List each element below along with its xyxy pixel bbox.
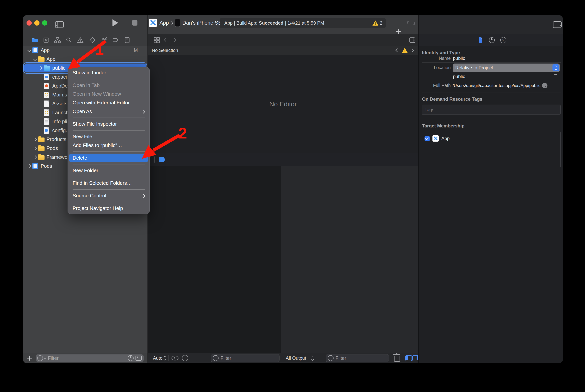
filter-placeholder: Filter bbox=[335, 356, 346, 361]
tree-row-app-folder[interactable]: App bbox=[23, 54, 147, 64]
plist-file-icon bbox=[44, 118, 52, 125]
console-filter-field[interactable]: Filter bbox=[326, 354, 389, 362]
minimize-window-button[interactable] bbox=[34, 20, 39, 26]
tags-field[interactable]: Tags bbox=[422, 104, 561, 115]
breakpoints-toggle-icon[interactable] bbox=[159, 157, 165, 162]
folder-icon bbox=[38, 154, 46, 160]
menu-item-open-in-new-window: Open in New Window bbox=[68, 90, 149, 98]
disclosure-chevron-icon[interactable] bbox=[26, 49, 32, 52]
help-inspector-tab[interactable]: ? bbox=[500, 37, 506, 43]
menu-item-delete[interactable]: Delete bbox=[69, 154, 148, 162]
related-items-icon[interactable] bbox=[153, 36, 160, 44]
variables-view[interactable] bbox=[148, 166, 281, 353]
status-time: | 1/4/21 at 5:59 PM bbox=[285, 20, 324, 26]
breakpoint-navigator-tab[interactable] bbox=[112, 36, 119, 44]
console-scope-selector[interactable]: All Output bbox=[286, 356, 306, 361]
menu-item-find-in-selected-folders[interactable]: Find in Selected Folders… bbox=[68, 179, 149, 188]
warning-count[interactable]: 2 bbox=[380, 20, 382, 26]
next-issue-chevron-icon[interactable] bbox=[410, 48, 414, 52]
toggle-inspector-icon[interactable] bbox=[553, 21, 562, 28]
filter-placeholder: Filter bbox=[220, 356, 231, 361]
tree-item-label: Pods bbox=[46, 145, 58, 151]
scheme-name[interactable]: App bbox=[159, 20, 169, 26]
tree-item-label: public bbox=[52, 65, 65, 71]
disclosure-chevron-icon[interactable] bbox=[38, 66, 44, 69]
menu-item-new-folder[interactable]: New Folder bbox=[68, 166, 149, 175]
menu-item-show-file-inspector[interactable]: Show File Inspector bbox=[68, 120, 149, 128]
target-name: App bbox=[441, 136, 450, 141]
debug-view-icon[interactable] bbox=[150, 156, 154, 163]
menu-item-show-in-finder[interactable]: Show in Finder bbox=[68, 68, 149, 77]
menu-item-new-file[interactable]: New File bbox=[68, 132, 149, 141]
menu-item-add-files[interactable]: Add Files to “public”… bbox=[68, 141, 149, 150]
tree-item-label: capaci bbox=[52, 74, 67, 80]
clear-console-trash-icon[interactable] bbox=[394, 356, 400, 362]
disclosure-chevron-icon[interactable] bbox=[32, 138, 38, 140]
navigator-filter-field[interactable]: Filter bbox=[36, 354, 144, 362]
run-button[interactable] bbox=[112, 19, 118, 26]
target-membership-header: Target Membership bbox=[422, 123, 465, 128]
activity-status-bar[interactable]: App | Build App: Succeeded | 1/4/21 at 5… bbox=[220, 18, 386, 28]
info-icon[interactable]: i bbox=[182, 355, 188, 361]
back-chevron-icon[interactable] bbox=[164, 38, 168, 42]
disclosure-chevron-icon[interactable] bbox=[32, 58, 38, 60]
issue-navigator-tab[interactable] bbox=[77, 36, 84, 44]
project-navigator-tab[interactable] bbox=[31, 36, 38, 44]
show-console-pane-icon[interactable] bbox=[412, 355, 419, 361]
close-window-button[interactable] bbox=[26, 20, 32, 26]
tree-row-app-project[interactable]: App M bbox=[23, 46, 147, 54]
find-navigator-tab[interactable] bbox=[65, 36, 72, 44]
open-path-arrow-icon[interactable]: → bbox=[542, 83, 548, 88]
navigator-filter-bar: Filter bbox=[23, 353, 147, 363]
add-item-icon[interactable] bbox=[27, 356, 32, 360]
location-dropdown[interactable]: Relative to Project bbox=[453, 64, 560, 72]
symbol-navigator-tab[interactable] bbox=[54, 36, 61, 44]
menu-divider bbox=[72, 164, 145, 164]
report-navigator-tab[interactable] bbox=[124, 36, 131, 44]
source-control-navigator-tab[interactable] bbox=[43, 36, 50, 44]
menu-item-project-navigator-help[interactable]: Project Navigator Help bbox=[68, 204, 149, 213]
jump-bar[interactable]: No Selection ! bbox=[148, 46, 418, 55]
stop-button[interactable] bbox=[132, 20, 137, 26]
editor-subtoolbar bbox=[148, 34, 418, 46]
menu-item-source-control[interactable]: Source Control bbox=[68, 191, 149, 200]
console-view[interactable] bbox=[281, 166, 418, 353]
show-variables-pane-icon[interactable] bbox=[405, 355, 412, 361]
folder-icon bbox=[38, 146, 46, 151]
debug-bar bbox=[148, 153, 418, 166]
editor-empty-area: No Editor bbox=[148, 55, 418, 153]
previous-issue-chevron-icon[interactable] bbox=[396, 48, 399, 52]
warning-icon[interactable]: ! bbox=[402, 48, 408, 53]
zoom-window-button[interactable] bbox=[42, 20, 47, 26]
new-tab-icon[interactable] bbox=[396, 29, 401, 34]
storyboard-file-icon bbox=[44, 92, 52, 98]
filter-icon bbox=[328, 355, 334, 361]
plus-minus-filter-icon[interactable] bbox=[135, 356, 142, 360]
target-membership-list: App bbox=[422, 132, 561, 167]
app-scheme-icon[interactable] bbox=[149, 18, 157, 27]
disclosure-chevron-icon[interactable] bbox=[26, 164, 32, 167]
menu-item-open-as[interactable]: Open As bbox=[68, 107, 149, 116]
jump-bar-text: No Selection bbox=[152, 48, 178, 53]
recent-files-icon[interactable] bbox=[128, 355, 134, 361]
disclosure-chevron-icon[interactable] bbox=[32, 156, 38, 158]
variables-scope-selector[interactable]: Auto bbox=[153, 356, 162, 361]
run-destination[interactable]: Dan's iPhone SE bbox=[182, 20, 222, 26]
annotation-step-2: 2 bbox=[178, 124, 187, 142]
code-review-icon[interactable] bbox=[406, 20, 416, 26]
add-editor-icon[interactable] bbox=[409, 36, 416, 44]
warning-icon[interactable]: ! bbox=[372, 20, 378, 26]
toggle-navigator-icon[interactable] bbox=[55, 21, 64, 28]
variables-filter-field[interactable]: Filter bbox=[211, 354, 280, 362]
forward-chevron-icon[interactable] bbox=[172, 38, 176, 42]
disclosure-chevron-icon[interactable] bbox=[32, 147, 38, 150]
target-checkbox[interactable] bbox=[425, 136, 430, 141]
test-navigator-tab[interactable] bbox=[89, 36, 96, 44]
quicklook-eye-icon[interactable] bbox=[171, 356, 178, 360]
name-value[interactable]: public bbox=[453, 56, 465, 61]
menu-item-open-with-external-editor[interactable]: Open with External Editor bbox=[68, 98, 149, 107]
target-row[interactable]: App bbox=[425, 136, 561, 142]
filter-icon bbox=[37, 355, 43, 361]
file-inspector-tab[interactable] bbox=[477, 37, 484, 43]
history-inspector-tab[interactable] bbox=[489, 37, 495, 43]
